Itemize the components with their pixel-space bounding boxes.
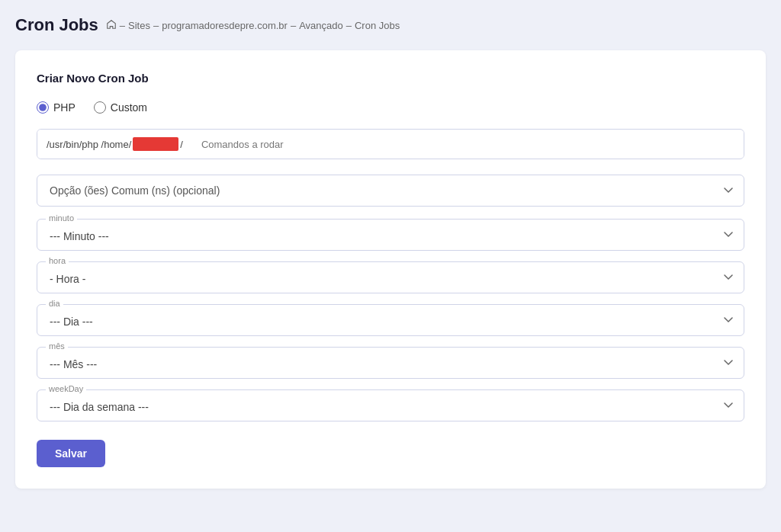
- hora-select[interactable]: - Hora -: [37, 261, 744, 293]
- card-title: Criar Novo Cron Job: [37, 72, 744, 85]
- breadcrumb-cronjobs: Cron Jobs: [355, 20, 400, 31]
- redacted-username: [133, 137, 178, 151]
- save-button[interactable]: Salvar: [37, 440, 105, 467]
- command-row: /usr/bin/php /home//: [37, 129, 744, 159]
- mes-field-group: mês --- Mês ---: [37, 347, 744, 379]
- page-header: Cron Jobs – Sites – programadoresdepre.c…: [15, 15, 766, 35]
- minuto-label: minuto: [46, 213, 77, 223]
- radio-php-label[interactable]: PHP: [37, 101, 76, 114]
- command-prefix: /usr/bin/php /home//: [37, 130, 192, 159]
- home-icon: [106, 19, 117, 32]
- weekday-select[interactable]: --- Dia da semana ---: [37, 389, 744, 421]
- dia-field-group: dia --- Dia ---: [37, 304, 744, 336]
- breadcrumb: – Sites – programadoresdepre.com.br – Av…: [106, 19, 400, 32]
- radio-php[interactable]: [37, 101, 49, 114]
- main-card: Criar Novo Cron Job PHP Custom /usr/bin/…: [15, 50, 766, 489]
- radio-custom-text: Custom: [111, 101, 147, 114]
- hora-label: hora: [46, 256, 69, 265]
- breadcrumb-sep2: –: [153, 20, 159, 31]
- radio-custom[interactable]: [94, 101, 106, 114]
- breadcrumb-sep3: –: [291, 20, 296, 31]
- breadcrumb-sep4: –: [346, 20, 352, 31]
- breadcrumb-avancado: Avançado: [299, 20, 343, 31]
- mes-select[interactable]: --- Mês ---: [37, 347, 744, 379]
- command-input[interactable]: [192, 131, 744, 158]
- hora-field-group: hora - Hora -: [37, 261, 744, 293]
- breadcrumb-separator: –: [120, 20, 125, 31]
- breadcrumb-sites: Sites: [128, 20, 150, 31]
- command-suffix-text: /: [180, 139, 183, 150]
- page-title: Cron Jobs: [15, 15, 98, 35]
- type-radio-group: PHP Custom: [37, 101, 744, 114]
- weekday-label: weekDay: [46, 384, 86, 393]
- common-options-select[interactable]: Opção (ões) Comum (ns) (opcional): [37, 175, 744, 207]
- breadcrumb-domain: programadoresdepre.com.br: [162, 20, 288, 31]
- dia-label: dia: [46, 299, 63, 308]
- mes-label: mês: [46, 341, 68, 351]
- weekday-field-group: weekDay --- Dia da semana ---: [37, 389, 744, 421]
- minuto-select[interactable]: --- Minuto ---: [37, 219, 744, 251]
- radio-custom-label[interactable]: Custom: [94, 101, 147, 114]
- radio-php-text: PHP: [53, 101, 76, 114]
- dia-select[interactable]: --- Dia ---: [37, 304, 744, 336]
- command-prefix-text: /usr/bin/php /home/: [47, 139, 131, 150]
- minuto-field-group: minuto --- Minuto ---: [37, 219, 744, 251]
